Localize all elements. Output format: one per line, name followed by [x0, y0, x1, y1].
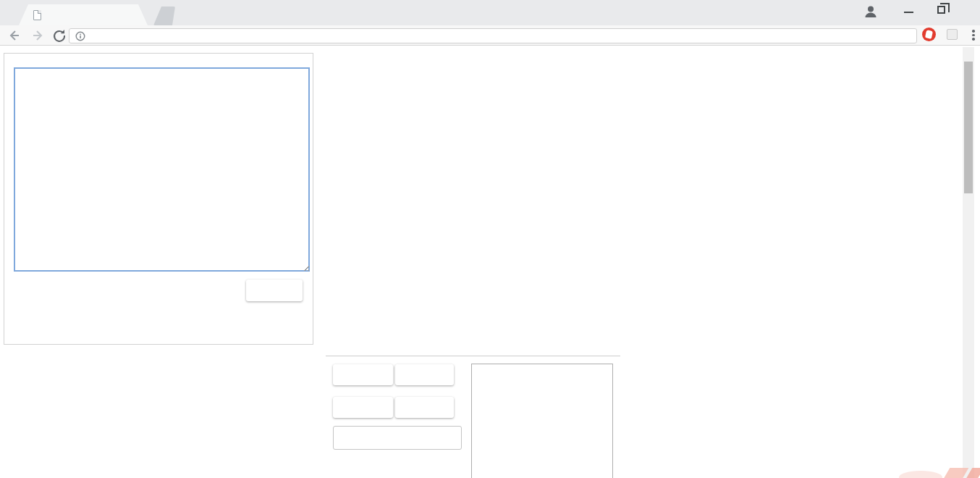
- url-bar[interactable]: [69, 28, 917, 43]
- output-box: [471, 364, 613, 478]
- browser-window: [0, 0, 980, 478]
- exportmap-button[interactable]: [395, 364, 454, 385]
- scrollbar-up-icon[interactable]: [963, 49, 974, 59]
- new-tab-button[interactable]: [153, 7, 175, 25]
- page-info-icon[interactable]: [75, 31, 85, 41]
- read-button[interactable]: [333, 397, 393, 418]
- map-canvas[interactable]: [326, 47, 627, 348]
- extension-check-icon[interactable]: [947, 29, 958, 40]
- browser-tab[interactable]: [19, 4, 148, 25]
- write-button[interactable]: [395, 397, 454, 418]
- filename-input[interactable]: [333, 426, 462, 450]
- map-matrix-textarea[interactable]: [14, 67, 310, 272]
- browser-menu-icon[interactable]: [972, 28, 975, 43]
- copymap-button[interactable]: [246, 280, 303, 301]
- browser-titlebar: [0, 0, 980, 25]
- clearmap-button[interactable]: [333, 364, 393, 385]
- scrollbar-thumb[interactable]: [964, 62, 973, 193]
- back-icon[interactable]: [7, 28, 22, 43]
- restore-button[interactable]: [937, 6, 945, 14]
- reload-icon[interactable]: [52, 28, 67, 43]
- extension-adblock-icon[interactable]: [922, 28, 936, 41]
- minimize-button[interactable]: [904, 12, 913, 13]
- tileset-canvas[interactable]: [648, 47, 952, 478]
- page-favicon-icon: [33, 10, 41, 20]
- divider: [326, 356, 620, 356]
- forward-icon[interactable]: [30, 28, 45, 43]
- profile-icon[interactable]: [863, 4, 879, 20]
